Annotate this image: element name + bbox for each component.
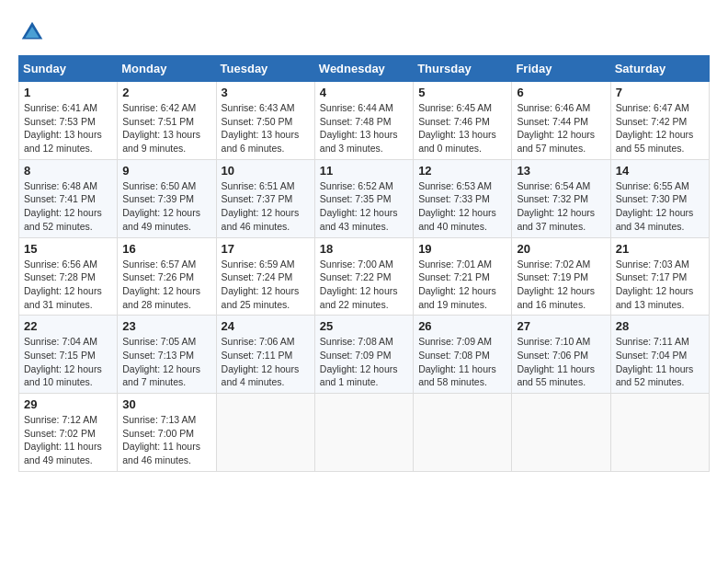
day-cell: 3Sunrise: 6:43 AMSunset: 7:50 PMDaylight… [216,82,314,160]
day-number: 13 [517,164,605,178]
day-info: Sunrise: 6:56 AMSunset: 7:28 PMDaylight:… [24,258,112,312]
day-cell: 8Sunrise: 6:48 AMSunset: 7:41 PMDaylight… [19,159,118,237]
day-info: Sunrise: 6:43 AMSunset: 7:50 PMDaylight:… [222,101,310,155]
day-number: 20 [517,242,605,256]
day-number: 25 [320,319,408,333]
day-cell: 18Sunrise: 7:00 AMSunset: 7:22 PMDayligh… [314,237,413,316]
day-info: Sunrise: 6:44 AMSunset: 7:48 PMDaylight:… [320,101,408,155]
day-info: Sunrise: 6:48 AMSunset: 7:41 PMDaylight:… [24,179,112,234]
day-number: 18 [320,242,408,256]
header-row: SundayMondayTuesdayWednesdayThursdayFrid… [19,56,710,82]
day-cell: 20Sunrise: 7:02 AMSunset: 7:19 PMDayligh… [512,237,610,316]
day-cell: 23Sunrise: 7:05 AMSunset: 7:13 PMDayligh… [118,316,216,394]
day-cell [512,394,610,472]
day-cell: 22Sunrise: 7:04 AMSunset: 7:15 PMDayligh… [19,316,118,394]
day-cell: 1Sunrise: 6:41 AMSunset: 7:53 PMDaylight… [19,82,118,160]
day-cell [314,394,413,472]
day-number: 3 [222,86,310,99]
col-header-wednesday: Wednesday [314,56,413,82]
day-info: Sunrise: 7:04 AMSunset: 7:15 PMDaylight:… [24,335,112,389]
week-row-2: 8Sunrise: 6:48 AMSunset: 7:41 PMDaylight… [19,159,710,237]
week-row-5: 29Sunrise: 7:12 AMSunset: 7:02 PMDayligh… [19,394,710,472]
day-info: Sunrise: 6:59 AMSunset: 7:24 PMDaylight:… [222,258,310,312]
day-number: 6 [517,86,605,99]
day-info: Sunrise: 6:52 AMSunset: 7:35 PMDaylight:… [320,179,408,234]
day-cell: 9Sunrise: 6:50 AMSunset: 7:39 PMDaylight… [118,159,216,237]
logo [18,18,50,46]
day-info: Sunrise: 6:57 AMSunset: 7:26 PMDaylight:… [122,258,210,312]
day-info: Sunrise: 6:53 AMSunset: 7:33 PMDaylight:… [418,179,506,234]
day-number: 16 [122,242,210,256]
day-info: Sunrise: 6:46 AMSunset: 7:44 PMDaylight:… [517,101,605,155]
day-cell [216,394,314,472]
day-cell: 6Sunrise: 6:46 AMSunset: 7:44 PMDaylight… [512,82,610,160]
logo-icon [18,18,46,46]
day-cell [414,394,512,472]
day-cell: 28Sunrise: 7:11 AMSunset: 7:04 PMDayligh… [610,316,709,394]
day-number: 29 [24,397,112,411]
day-info: Sunrise: 6:42 AMSunset: 7:51 PMDaylight:… [122,101,210,155]
day-number: 24 [222,319,310,333]
day-info: Sunrise: 7:12 AMSunset: 7:02 PMDaylight:… [24,413,112,467]
week-row-3: 15Sunrise: 6:56 AMSunset: 7:28 PMDayligh… [19,237,710,316]
day-cell: 24Sunrise: 7:06 AMSunset: 7:11 PMDayligh… [216,316,314,394]
day-number: 10 [222,164,310,178]
day-cell: 4Sunrise: 6:44 AMSunset: 7:48 PMDaylight… [314,82,413,160]
week-row-4: 22Sunrise: 7:04 AMSunset: 7:15 PMDayligh… [19,316,710,394]
day-number: 19 [418,242,506,256]
day-cell: 14Sunrise: 6:55 AMSunset: 7:30 PMDayligh… [610,159,709,237]
day-info: Sunrise: 7:01 AMSunset: 7:21 PMDaylight:… [418,258,506,312]
page-header [18,18,710,46]
day-number: 8 [24,164,112,178]
day-info: Sunrise: 7:00 AMSunset: 7:22 PMDaylight:… [320,258,408,312]
day-number: 15 [24,242,112,256]
day-number: 21 [616,242,704,256]
day-info: Sunrise: 7:02 AMSunset: 7:19 PMDaylight:… [517,258,605,312]
day-cell: 12Sunrise: 6:53 AMSunset: 7:33 PMDayligh… [414,159,512,237]
day-info: Sunrise: 6:54 AMSunset: 7:32 PMDaylight:… [517,179,605,234]
day-cell: 25Sunrise: 7:08 AMSunset: 7:09 PMDayligh… [314,316,413,394]
day-number: 26 [418,319,506,333]
day-info: Sunrise: 7:03 AMSunset: 7:17 PMDaylight:… [616,258,704,312]
day-cell: 7Sunrise: 6:47 AMSunset: 7:42 PMDaylight… [610,82,709,160]
day-info: Sunrise: 6:41 AMSunset: 7:53 PMDaylight:… [24,101,112,155]
day-cell: 15Sunrise: 6:56 AMSunset: 7:28 PMDayligh… [19,237,118,316]
day-cell: 26Sunrise: 7:09 AMSunset: 7:08 PMDayligh… [414,316,512,394]
day-number: 4 [320,86,408,99]
day-info: Sunrise: 7:11 AMSunset: 7:04 PMDaylight:… [616,335,704,389]
day-info: Sunrise: 6:55 AMSunset: 7:30 PMDaylight:… [616,179,704,234]
week-row-1: 1Sunrise: 6:41 AMSunset: 7:53 PMDaylight… [19,82,710,160]
day-cell: 30Sunrise: 7:13 AMSunset: 7:00 PMDayligh… [118,394,216,472]
day-cell: 29Sunrise: 7:12 AMSunset: 7:02 PMDayligh… [19,394,118,472]
day-number: 12 [418,164,506,178]
day-cell: 16Sunrise: 6:57 AMSunset: 7:26 PMDayligh… [118,237,216,316]
day-number: 11 [320,164,408,178]
day-cell: 27Sunrise: 7:10 AMSunset: 7:06 PMDayligh… [512,316,610,394]
col-header-friday: Friday [512,56,610,82]
day-number: 2 [122,86,210,99]
day-info: Sunrise: 7:10 AMSunset: 7:06 PMDaylight:… [517,335,605,389]
day-cell: 17Sunrise: 6:59 AMSunset: 7:24 PMDayligh… [216,237,314,316]
day-info: Sunrise: 6:50 AMSunset: 7:39 PMDaylight:… [122,179,210,234]
day-number: 30 [122,397,210,411]
day-number: 27 [517,319,605,333]
day-cell: 21Sunrise: 7:03 AMSunset: 7:17 PMDayligh… [610,237,709,316]
day-number: 7 [616,86,704,99]
day-number: 17 [222,242,310,256]
day-cell [610,394,709,472]
col-header-thursday: Thursday [414,56,512,82]
day-info: Sunrise: 6:45 AMSunset: 7:46 PMDaylight:… [418,101,506,155]
col-header-saturday: Saturday [610,56,709,82]
day-cell: 5Sunrise: 6:45 AMSunset: 7:46 PMDaylight… [414,82,512,160]
day-info: Sunrise: 7:06 AMSunset: 7:11 PMDaylight:… [222,335,310,389]
day-number: 28 [616,319,704,333]
day-info: Sunrise: 7:09 AMSunset: 7:08 PMDaylight:… [418,335,506,389]
day-info: Sunrise: 6:47 AMSunset: 7:42 PMDaylight:… [616,101,704,155]
col-header-monday: Monday [118,56,216,82]
col-header-sunday: Sunday [19,56,118,82]
day-info: Sunrise: 6:51 AMSunset: 7:37 PMDaylight:… [222,179,310,234]
day-number: 14 [616,164,704,178]
col-header-tuesday: Tuesday [216,56,314,82]
day-info: Sunrise: 7:13 AMSunset: 7:00 PMDaylight:… [122,413,210,467]
day-number: 1 [24,86,112,99]
